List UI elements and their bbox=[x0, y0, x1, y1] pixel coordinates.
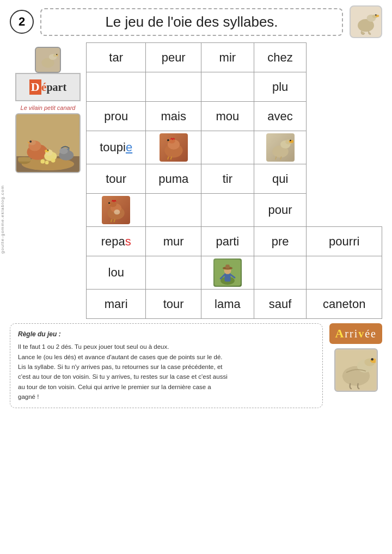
svg-point-18 bbox=[29, 140, 32, 143]
rooster-image bbox=[102, 196, 130, 224]
table-row: pour bbox=[87, 194, 382, 227]
cell-repas: repas bbox=[87, 227, 146, 256]
cell-empty3 bbox=[201, 72, 254, 102]
toupie-e: e bbox=[126, 140, 132, 154]
svg-point-24 bbox=[59, 148, 68, 155]
cell-chez: chez bbox=[254, 43, 307, 72]
person-image bbox=[213, 258, 242, 287]
cell-chicken-img bbox=[146, 131, 201, 164]
cell-empty8 bbox=[254, 256, 307, 290]
table-row: mari tour lama sauf caneton bbox=[87, 290, 382, 319]
cell-lama: lama bbox=[201, 290, 254, 319]
svg-point-27 bbox=[41, 159, 45, 164]
villain-label: Le vilain petit canard bbox=[21, 104, 76, 111]
page-number: 2 bbox=[10, 10, 34, 34]
cell-goose-img bbox=[254, 131, 307, 164]
goose-bottom-icon bbox=[334, 348, 378, 392]
duck-image bbox=[15, 113, 81, 173]
cell-empty5 bbox=[146, 194, 201, 227]
cell-mur: mur bbox=[146, 227, 201, 256]
cell-empty9 bbox=[307, 256, 382, 290]
cell-plu: plu bbox=[254, 72, 307, 102]
svg-point-22 bbox=[47, 150, 48, 151]
rules-box: Règle du jeu : Il te faut 1 ou 2 dés. Tu… bbox=[10, 323, 323, 408]
arrivee-dot-v: v bbox=[358, 328, 365, 340]
cell-mou: mou bbox=[201, 102, 254, 131]
goose-image bbox=[266, 133, 295, 162]
rules-line-1: Il te faut 1 ou 2 dés. Tu peux jouer tou… bbox=[18, 342, 315, 352]
cell-pre: pre bbox=[254, 227, 307, 256]
cell-pourri: pourri bbox=[307, 227, 382, 256]
table-row: plu bbox=[87, 72, 382, 102]
syllable-table: tar peur mir chez plu prou mais mou bbox=[86, 42, 382, 319]
depart-rest: part bbox=[46, 81, 66, 94]
cell-pour: pour bbox=[254, 194, 307, 227]
repas-s: s bbox=[125, 235, 131, 248]
svg-point-4 bbox=[375, 14, 377, 16]
svg-point-42 bbox=[109, 202, 117, 207]
rules-line-6: gagné ! bbox=[18, 392, 315, 402]
cell-empty4 bbox=[201, 131, 254, 164]
table-row: toupie bbox=[87, 131, 382, 164]
cell-lou: lou bbox=[87, 256, 146, 290]
cell-qui: qui bbox=[254, 164, 307, 194]
game-grid: tar peur mir chez plu prou mais mou bbox=[86, 42, 382, 319]
cell-tour2: tour bbox=[146, 290, 201, 319]
svg-point-39 bbox=[290, 140, 291, 141]
cell-empty2 bbox=[146, 72, 201, 102]
cell-mais: mais bbox=[146, 102, 201, 131]
cell-toupie: toupie bbox=[87, 131, 146, 164]
cell-parti: parti bbox=[201, 227, 254, 256]
cell-tir: tir bbox=[201, 164, 254, 194]
cell-mir: mir bbox=[201, 43, 254, 72]
rules-line-2: Lance le (ou les dés) et avance d'autant… bbox=[18, 352, 315, 362]
goose-header-icon bbox=[350, 5, 382, 38]
cell-empty7 bbox=[146, 256, 201, 290]
side-label: goutte-gomme.eklablog.com bbox=[0, 185, 5, 254]
svg-point-9 bbox=[56, 54, 57, 55]
svg-rect-51 bbox=[225, 264, 229, 268]
rules-title: Règle du jeu : bbox=[18, 329, 315, 340]
rules-line-3: Lis la syllabe. Si tu n'y arrives pas, t… bbox=[18, 362, 315, 372]
svg-point-16 bbox=[28, 140, 35, 145]
arrivee-section: Arrivée bbox=[329, 323, 382, 392]
cell-sauf: sauf bbox=[254, 290, 307, 319]
cell-prou: prou bbox=[87, 102, 146, 131]
table-row: repas mur parti pre pourri bbox=[87, 227, 382, 256]
goose-top-left-icon bbox=[35, 47, 61, 73]
cell-avec: avec bbox=[254, 102, 307, 131]
left-panel: Départ Le vilain petit canard bbox=[10, 42, 86, 319]
svg-point-29 bbox=[51, 158, 56, 163]
cell-tour: tour bbox=[87, 164, 146, 194]
arrivee-a: A bbox=[335, 327, 345, 340]
cell-person-img bbox=[201, 256, 254, 290]
header: 2 Le jeu de l'oie des syllabes. bbox=[10, 5, 382, 38]
table-row: lou bbox=[87, 256, 382, 290]
cell-rooster-img bbox=[87, 194, 146, 227]
rules-line-5: au tour de ton voisin. Celui qui arrive … bbox=[18, 382, 315, 392]
table-row: tour puma tir qui bbox=[87, 164, 382, 194]
chicken-image bbox=[160, 133, 188, 162]
bottom-section: Règle du jeu : Il te faut 1 ou 2 dés. Tu… bbox=[10, 323, 382, 408]
svg-point-45 bbox=[114, 210, 120, 214]
depart-label: Départ bbox=[15, 73, 81, 101]
cell-tar: tar bbox=[87, 43, 146, 72]
table-row: prou mais mou avec bbox=[87, 102, 382, 131]
cell-caneton: caneton bbox=[307, 290, 382, 319]
cell-puma: puma bbox=[146, 164, 201, 194]
svg-point-57 bbox=[371, 358, 373, 361]
cell-empty1 bbox=[87, 72, 146, 102]
svg-point-28 bbox=[45, 161, 49, 164]
goose-svg-header bbox=[352, 8, 379, 35]
main-area: Départ Le vilain petit canard bbox=[10, 42, 382, 319]
cell-peur: peur bbox=[146, 43, 201, 72]
depart-e: é bbox=[41, 80, 47, 94]
depart-d: D bbox=[29, 79, 41, 95]
rules-line-4: c'est au tour de ton voisin. Si tu y arr… bbox=[18, 372, 315, 381]
arrivee-label: Arrivée bbox=[329, 323, 382, 344]
svg-rect-26 bbox=[18, 157, 30, 162]
table-row: tar peur mir chez bbox=[87, 43, 382, 72]
page-title: Le jeu de l'oie des syllabes. bbox=[40, 8, 343, 36]
svg-point-34 bbox=[167, 139, 169, 141]
page: goutte-gomme.eklablog.com 2 Le jeu de l'… bbox=[0, 0, 392, 554]
